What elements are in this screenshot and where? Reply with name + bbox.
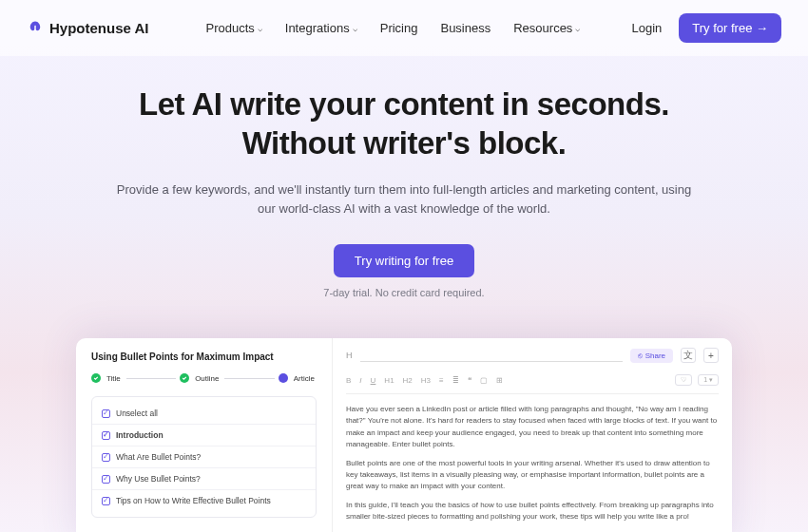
unselect-all[interactable]: Unselect all: [92, 403, 316, 425]
ordered-list-icon[interactable]: ≣: [452, 376, 459, 385]
step-check-icon: [180, 373, 189, 383]
editor-toolbar: B I U H1 H2 H3 ≡ ≣ ❝ ▢ ⊞ ♡ 1 ▾: [346, 370, 719, 394]
quote-icon[interactable]: ❝: [468, 376, 471, 385]
hero-section: Let AI write your content in seconds. Wi…: [0, 56, 808, 312]
nav-right: Login Try for free →: [631, 13, 781, 43]
trial-note: 7-day trial. No credit card required.: [76, 287, 732, 298]
brand-logo[interactable]: Hypotenuse AI: [27, 20, 148, 37]
outline-item[interactable]: What Are Bullet Points?: [92, 446, 316, 468]
nav-item-integrations[interactable]: Integrations⌵: [285, 21, 357, 35]
hero-title: Let AI write your content in seconds. Wi…: [76, 85, 732, 163]
h3-icon[interactable]: H3: [421, 376, 431, 385]
editor-header: H ⎋Share 文 +: [346, 348, 719, 363]
share-button[interactable]: ⎋Share: [630, 349, 673, 363]
nav-item-business[interactable]: Business: [440, 21, 491, 35]
chevron-down-icon: ⌵: [575, 24, 580, 33]
bold-icon[interactable]: B: [346, 376, 351, 385]
step-active-icon: [279, 373, 288, 383]
step-article[interactable]: Article: [294, 374, 315, 383]
chevron-down-icon: ⌵: [258, 24, 262, 33]
plus-icon[interactable]: +: [703, 348, 719, 363]
italic-icon[interactable]: I: [359, 376, 361, 385]
checkbox-icon[interactable]: [102, 431, 110, 440]
step-connector: [126, 378, 176, 379]
document-title: Using Bullet Points for Maximum Impact: [91, 352, 317, 362]
paragraph: Bullet points are one of the most powerf…: [346, 458, 719, 493]
nav-menu: Products⌵ Integrations⌵ Pricing Business…: [205, 21, 580, 35]
table-icon[interactable]: ⊞: [496, 376, 503, 385]
checkbox-icon[interactable]: [102, 497, 110, 505]
top-nav: Hypotenuse AI Products⌵ Integrations⌵ Pr…: [0, 0, 808, 56]
paragraph: Have you ever seen a LinkedIn post or ar…: [346, 404, 719, 451]
chevron-down-icon: ⌵: [353, 24, 357, 33]
step-outline[interactable]: Outline: [195, 374, 219, 383]
nav-item-products[interactable]: Products⌵: [205, 21, 261, 35]
h1-icon[interactable]: H1: [384, 376, 394, 385]
checkbox-icon[interactable]: [102, 475, 110, 484]
try-free-button[interactable]: Try for free →: [679, 13, 781, 43]
app-preview: Using Bullet Points for Maximum Impact T…: [76, 338, 732, 532]
outline-item[interactable]: Tips on How to Write Effective Bullet Po…: [92, 490, 316, 511]
preview-editor: H ⎋Share 文 + B I U H1 H2 H3 ≡ ≣ ❝ ▢ ⊞ ♡ …: [333, 338, 732, 532]
hero-cta-wrap: Try writing for free: [76, 244, 732, 277]
step-connector: [224, 378, 274, 379]
outline-item[interactable]: Why Use Bullet Points?: [92, 468, 316, 490]
share-icon: ⎋: [638, 352, 643, 360]
wizard-steps: Title Outline Article: [91, 373, 317, 383]
title-input[interactable]: [360, 349, 623, 362]
list-icon[interactable]: ≡: [439, 376, 444, 385]
logo-icon: [27, 20, 44, 37]
heading-prefix: H: [346, 351, 353, 360]
hero-subtitle: Provide a few keywords, and we'll instan…: [109, 180, 699, 220]
h2-icon[interactable]: H2: [403, 376, 413, 385]
image-icon[interactable]: ▢: [480, 376, 488, 385]
checkbox-icon[interactable]: [102, 409, 110, 418]
step-title[interactable]: Title: [106, 374, 121, 383]
underline-icon[interactable]: U: [371, 376, 376, 385]
outline-item[interactable]: Introduction: [92, 425, 316, 446]
preview-sidebar: Using Bullet Points for Maximum Impact T…: [76, 338, 333, 532]
nav-item-pricing[interactable]: Pricing: [380, 21, 418, 35]
step-check-icon: [91, 373, 101, 383]
counter-badge[interactable]: 1 ▾: [698, 374, 719, 386]
shield-icon[interactable]: ♡: [675, 374, 692, 386]
paragraph: In this guide, I'll teach you the basics…: [346, 500, 719, 523]
editor-content[interactable]: Have you ever seen a LinkedIn post or ar…: [346, 394, 719, 532]
translate-icon[interactable]: 文: [681, 348, 696, 363]
checkbox-icon[interactable]: [102, 453, 110, 462]
brand-name: Hypotenuse AI: [49, 20, 148, 36]
nav-item-resources[interactable]: Resources⌵: [513, 21, 580, 35]
login-link[interactable]: Login: [631, 21, 662, 35]
try-writing-button[interactable]: Try writing for free: [334, 244, 474, 277]
outline-list: Unselect all Introduction What Are Bulle…: [91, 396, 317, 518]
